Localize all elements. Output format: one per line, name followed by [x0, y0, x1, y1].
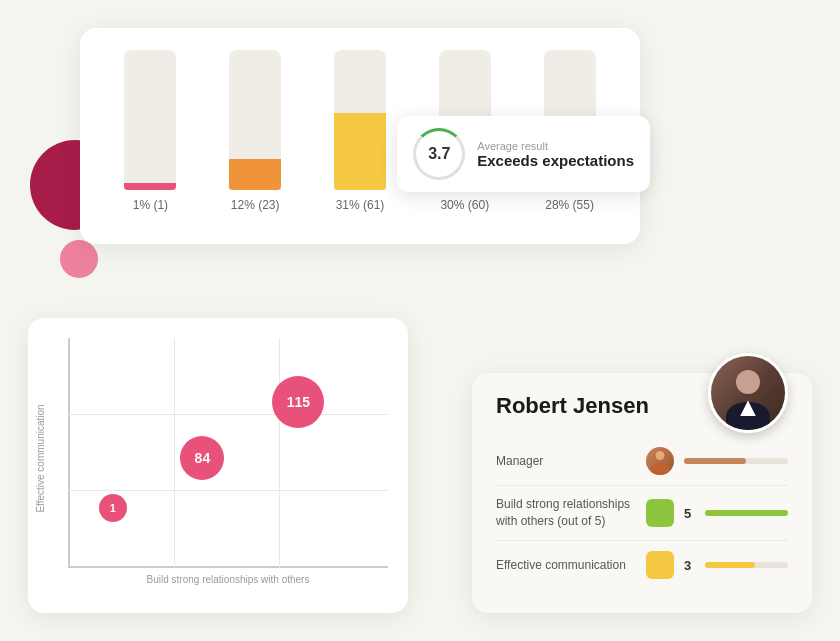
bar-outer-2	[229, 50, 281, 190]
avatar-collar	[740, 400, 756, 416]
x-axis	[68, 566, 388, 568]
avg-result-box: 3.7 Average result Exceeds expectations	[397, 116, 650, 192]
avg-text-group: Average result Exceeds expectations	[477, 140, 634, 169]
manager-bar-track	[684, 458, 788, 464]
avg-score-value: 3.7	[428, 145, 450, 163]
scatter-x-label: Build strong relationships with others	[68, 574, 388, 585]
row-icon-2	[646, 551, 674, 579]
row-label-2: Effective communication	[496, 557, 636, 574]
avg-score-circle: 3.7	[413, 128, 465, 180]
row-icon-1	[646, 499, 674, 527]
grid-v1	[174, 338, 175, 568]
grid-h2	[68, 490, 388, 491]
profile-rows: ManagerBuild strong relationships with o…	[496, 437, 788, 589]
profile-avatar	[708, 353, 788, 433]
bar-fill-3	[334, 113, 386, 190]
bar-label-5: 28% (55)	[545, 198, 594, 212]
scatter-card: Effective communication 115841 Build str…	[28, 318, 408, 613]
bubble-b1: 1	[99, 494, 127, 522]
manager-bar-progress	[684, 458, 746, 464]
profile-row-1: Build strong relationships with others (…	[496, 486, 788, 541]
row-bar-progress-2	[705, 562, 755, 568]
row-score-2: 3	[684, 558, 691, 573]
bar-fill-2	[229, 159, 281, 190]
profile-row-2: Effective communication3	[496, 541, 788, 589]
row-bar-track-2	[705, 562, 788, 568]
m-body	[651, 463, 669, 475]
bar-label-2: 12% (23)	[231, 198, 280, 212]
avatar-body	[726, 402, 770, 430]
profile-name: Robert Jensen	[496, 393, 649, 419]
blob-pink-small	[60, 240, 98, 278]
bar-label-1: 1% (1)	[133, 198, 168, 212]
bar-chart-card: 1% (1) 12% (23) 31% (61) 30% (60) 28% (5…	[80, 28, 640, 244]
grid-v2	[279, 338, 280, 568]
bar-label-4: 30% (60)	[440, 198, 489, 212]
bar-item-1: 1% (1)	[112, 50, 189, 212]
row-label-1: Build strong relationships with others (…	[496, 496, 636, 530]
avatar-photo	[711, 356, 785, 430]
bar-label-3: 31% (61)	[336, 198, 385, 212]
bar-outer-3	[334, 50, 386, 190]
bar-fill-1	[124, 183, 176, 190]
bubble-b84: 84	[180, 436, 224, 480]
manager-avatar	[646, 447, 674, 475]
grid-h1	[68, 414, 388, 415]
y-axis	[68, 338, 70, 568]
row-bar-progress-1	[705, 510, 788, 516]
avg-label: Average result	[477, 140, 634, 152]
profile-row-0: Manager	[496, 437, 788, 486]
bubble-b115: 115	[272, 376, 324, 428]
bar-outer-1	[124, 50, 176, 190]
row-label-0: Manager	[496, 453, 636, 470]
bar-item-2: 12% (23)	[217, 50, 294, 212]
profile-card: Robert Jensen ManagerBuild strong relati…	[472, 373, 812, 613]
bar-item-3: 31% (61)	[322, 50, 399, 212]
scatter-y-label: Effective communication	[35, 404, 46, 512]
avatar-head	[736, 370, 760, 394]
m-head	[656, 451, 665, 460]
scatter-area: Effective communication 115841	[68, 338, 388, 568]
row-score-1: 5	[684, 506, 691, 521]
row-bar-track-1	[705, 510, 788, 516]
avg-exceeds: Exceeds expectations	[477, 152, 634, 169]
